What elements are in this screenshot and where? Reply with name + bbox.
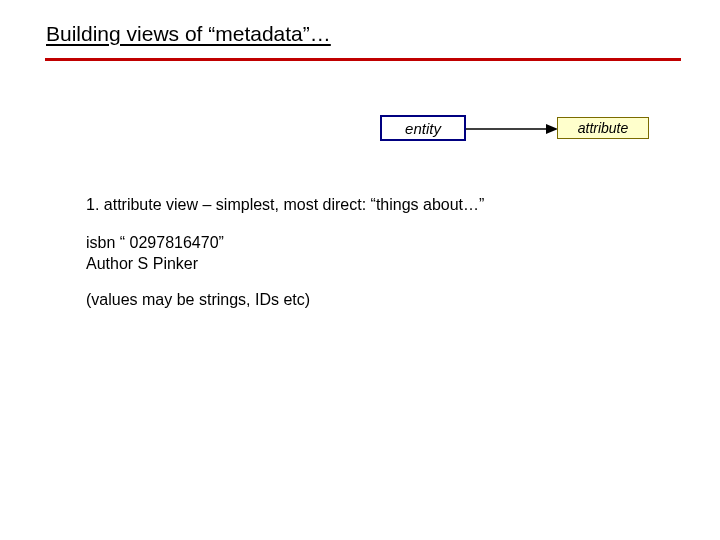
example-block: isbn “ 0297816470” Author S Pinker	[86, 232, 646, 275]
attribute-box: attribute	[557, 117, 649, 139]
arrow-icon	[466, 119, 558, 139]
example-isbn: isbn “ 0297816470”	[86, 232, 646, 254]
entity-box: entity	[380, 115, 466, 141]
entity-label: entity	[405, 120, 441, 137]
attribute-label: attribute	[578, 120, 629, 136]
attribute-view-line: 1. attribute view – simplest, most direc…	[86, 194, 646, 216]
example-author: Author S Pinker	[86, 253, 646, 275]
values-note: (values may be strings, IDs etc)	[86, 289, 646, 311]
body-text: 1. attribute view – simplest, most direc…	[86, 194, 646, 326]
slide: Building views of “metadata”… entity att…	[0, 0, 720, 540]
slide-title: Building views of “metadata”…	[46, 22, 331, 46]
title-underline-rule	[45, 58, 681, 61]
